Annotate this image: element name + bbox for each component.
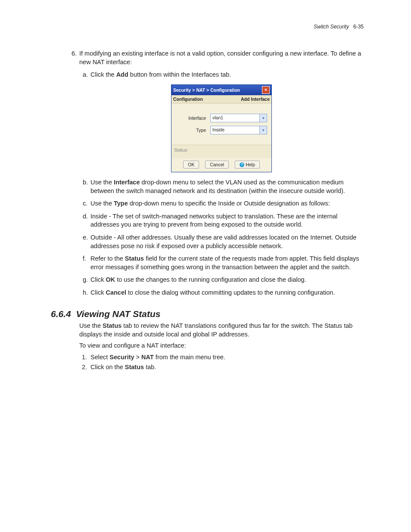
interface-dropdown[interactable]: vlan1 ▾ xyxy=(210,114,267,122)
help-icon: ? xyxy=(240,162,244,167)
substep-c: c. Use the Type drop-down menu to specif… xyxy=(90,199,364,208)
section-heading: 6.6.4 Viewing NAT Status xyxy=(51,309,364,319)
page-number: 6-35 xyxy=(353,24,364,30)
substep-g: g. Click OK to use the changes to the ru… xyxy=(90,276,364,284)
sub-letter: g. xyxy=(83,276,88,284)
chapter-name: Switch Security xyxy=(314,24,349,30)
section-title: Viewing NAT Status xyxy=(76,309,160,319)
dialog-figure: Security > NAT > Configuration × Configu… xyxy=(79,84,364,173)
intro-paragraph-2: To view and configure a NAT interface: xyxy=(79,342,364,350)
ok-bold: OK xyxy=(106,276,115,283)
nat-bold: NAT xyxy=(141,354,154,361)
dialog-title: Security > NAT > Configuration xyxy=(173,87,240,93)
row-interface: Interface vlan1 ▾ xyxy=(176,114,267,122)
substep-h: h. Click Cancel to close the dialog with… xyxy=(90,289,364,297)
cancel-button[interactable]: Cancel xyxy=(205,161,229,168)
substep-a: a. Click the Add button from within the … xyxy=(90,71,364,79)
dialog-subheader: Configuration Add Interface xyxy=(171,95,271,103)
page-header: Switch Security 6-35 xyxy=(314,24,364,30)
sub-letter: a. xyxy=(83,71,88,79)
cancel-bold: Cancel xyxy=(106,289,126,296)
interface-value: vlan1 xyxy=(211,114,259,122)
sub-letter: d. xyxy=(83,212,88,221)
close-icon[interactable]: × xyxy=(262,86,270,94)
step-text: If modifying an existing interface is no… xyxy=(79,50,361,65)
sub-letter: c. xyxy=(83,199,87,208)
sub-letter: f. xyxy=(83,255,86,263)
step-number: 1. xyxy=(82,352,87,362)
subheader-left: Configuration xyxy=(173,96,203,102)
step-number: 6. xyxy=(72,50,77,58)
substep-b: b. Use the Interface drop-down menu to s… xyxy=(90,178,364,195)
substep-f: f. Refer to the Status field for the cur… xyxy=(90,255,364,271)
step-6: 6. If modifying an existing interface is… xyxy=(79,50,364,297)
add-bold: Add xyxy=(116,71,128,78)
security-bold: Security xyxy=(109,354,134,361)
step-2: 2. Click on the Status tab. xyxy=(90,362,364,372)
add-interface-dialog: Security > NAT > Configuration × Configu… xyxy=(171,84,272,173)
subheader-right: Add Interface xyxy=(241,96,270,102)
type-value: Inside xyxy=(211,126,259,134)
status-bold: Status xyxy=(125,255,144,262)
interface-bold: Interface xyxy=(114,179,140,186)
substep-e: e. Outside - All other addresses. Usuall… xyxy=(90,233,364,250)
help-button[interactable]: ? Help xyxy=(235,161,260,168)
intro-paragraph-1: Use the Status tab to review the NAT tra… xyxy=(79,322,364,339)
chevron-down-icon[interactable]: ▾ xyxy=(259,114,267,122)
chevron-down-icon[interactable]: ▾ xyxy=(259,126,267,134)
step-number: 2. xyxy=(82,362,87,372)
status-field: Status: xyxy=(171,145,271,158)
substep-d: d. Inside - The set of switch-managed ne… xyxy=(90,212,364,229)
type-label: Type xyxy=(176,127,210,133)
dialog-title-bar: Security > NAT > Configuration × xyxy=(171,85,271,95)
interface-label: Interface xyxy=(176,115,210,121)
sub-letter: e. xyxy=(83,233,88,242)
sub-letter: h. xyxy=(83,289,88,297)
sub-letter: b. xyxy=(83,178,88,187)
status-bold: Status xyxy=(125,364,144,370)
section-number: 6.6.4 xyxy=(51,309,71,319)
dialog-button-row: OK Cancel ? Help xyxy=(171,158,271,172)
type-dropdown[interactable]: Inside ▾ xyxy=(210,126,267,134)
ok-button[interactable]: OK xyxy=(183,161,199,168)
step-1: 1. Select Security > NAT from the main m… xyxy=(90,352,364,362)
status-bold: Status xyxy=(103,322,121,329)
type-bold: Type xyxy=(114,200,128,207)
row-type: Type Inside ▾ xyxy=(176,126,267,134)
